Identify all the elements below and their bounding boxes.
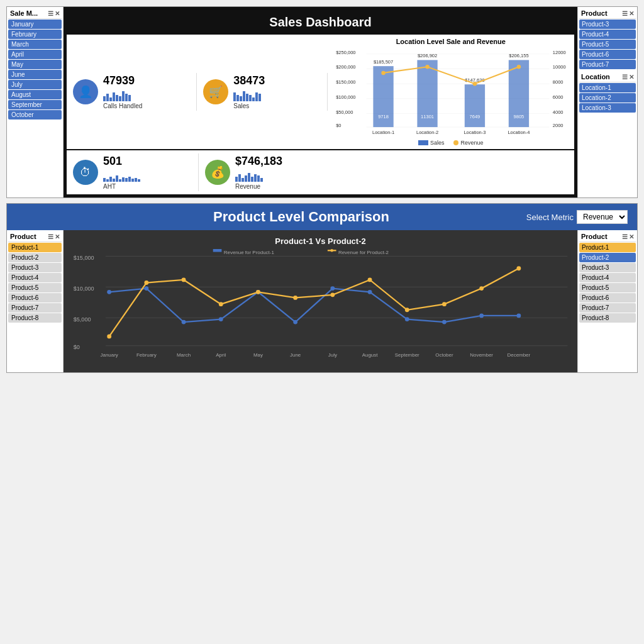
right-product-item-product-3[interactable]: Product-3 (579, 19, 636, 29)
svg-rect-83 (213, 249, 222, 252)
svg-text:11301: 11301 (421, 114, 434, 119)
right-location-clear-icon[interactable]: ✕ (629, 74, 634, 80)
svg-text:$50,000: $50,000 (336, 109, 353, 115)
right-bottom-product-item-product-3[interactable]: Product-3 (579, 263, 636, 272)
legend-sales: Sales (418, 140, 445, 146)
right-product-filter-icon[interactable]: ☰ (622, 10, 628, 17)
bottom-content: Product ☰ ✕ Product-1Product-2Product-3P… (7, 230, 637, 372)
svg-text:12000: 12000 (552, 50, 565, 55)
left-product-item-product-1[interactable]: Product-1 (8, 243, 62, 252)
right-bottom-product-item-product-1[interactable]: Product-1 (579, 243, 636, 252)
right-bottom-product-item-product-6[interactable]: Product-6 (579, 293, 636, 303)
svg-point-67 (405, 308, 409, 312)
right-bottom-product-item-product-8[interactable]: Product-8 (579, 313, 636, 323)
left-product-item-product-5[interactable]: Product-5 (8, 283, 62, 292)
aht-label: AHT (103, 183, 140, 190)
svg-point-53 (330, 286, 335, 291)
svg-text:Revenue for Product-1: Revenue for Product-1 (224, 250, 275, 255)
svg-text:Location-4: Location-4 (508, 130, 530, 135)
metric-dropdown[interactable]: Revenue Sales AHT (577, 210, 628, 224)
svg-text:9805: 9805 (513, 114, 524, 119)
top-section: Sale M... ☰ ✕ JanuaryFebruaryMarchAprilM… (6, 6, 638, 198)
months-filter-icon[interactable]: ☰ (48, 10, 53, 17)
right-bottom-product-item-product-2[interactable]: Product-2 (579, 253, 636, 262)
location-chart-area: Location Level Sale and Revenue $250,000… (334, 38, 569, 146)
right-product-item-product-7[interactable]: Product-7 (579, 60, 636, 69)
right-bottom-clear-icon[interactable]: ✕ (629, 233, 634, 240)
legend-sales-label: Sales (430, 140, 445, 146)
svg-text:$185,507: $185,507 (373, 59, 392, 65)
svg-point-56 (442, 320, 447, 325)
month-item-april[interactable]: April (8, 50, 62, 59)
left-product-item-product-3[interactable]: Product-3 (8, 263, 62, 272)
right-bottom-product-header: Product ☰ ✕ (579, 231, 636, 242)
right-product-item-product-6[interactable]: Product-6 (579, 50, 636, 59)
month-item-february[interactable]: February (8, 30, 62, 39)
svg-point-66 (368, 278, 372, 282)
right-location-item-location-2[interactable]: Location-2 (579, 93, 636, 103)
left-product-item-product-6[interactable]: Product-6 (8, 293, 62, 303)
months-sidebar: Sale M... ☰ ✕ JanuaryFebruaryMarchAprilM… (7, 7, 64, 197)
month-item-june[interactable]: June (8, 70, 62, 79)
months-list: JanuaryFebruaryMarchAprilMayJuneJulyAugu… (8, 19, 62, 119)
aht-info: 501 AHT (103, 155, 140, 190)
legend-revenue: Revenue (453, 140, 483, 146)
left-product-clear-icon[interactable]: ✕ (55, 233, 60, 240)
left-product-item-product-4[interactable]: Product-4 (8, 273, 62, 282)
svg-text:Revenue for Product-2: Revenue for Product-2 (338, 250, 389, 255)
right-bottom-product-item-product-7[interactable]: Product-7 (579, 303, 636, 313)
right-location-item-location-3[interactable]: Location-3 (579, 103, 636, 113)
month-item-august[interactable]: August (8, 90, 62, 99)
svg-text:$10,000: $10,000 (74, 286, 94, 292)
svg-text:$100,000: $100,000 (336, 94, 355, 100)
svg-text:10000: 10000 (552, 64, 565, 70)
right-product-clear-icon[interactable]: ✕ (629, 10, 634, 17)
svg-text:$0: $0 (74, 344, 80, 350)
svg-text:Location-3: Location-3 (464, 130, 486, 135)
left-product-label: Product (10, 233, 36, 240)
right-product-header: Product ☰ ✕ (579, 8, 636, 19)
left-products-list: Product-1Product-2Product-3Product-4Prod… (8, 243, 62, 323)
right-locations-list: Location-1Location-2Location-3 (579, 83, 636, 113)
svg-text:2000: 2000 (552, 123, 563, 128)
right-bottom-filter-icon[interactable]: ☰ (622, 233, 628, 240)
svg-point-68 (442, 302, 447, 306)
svg-text:$200,000: $200,000 (336, 64, 355, 70)
bottom-section: Product Level Comparison Select Metric R… (6, 203, 638, 373)
sales-value: 38473 (233, 74, 265, 87)
month-item-july[interactable]: July (8, 80, 62, 89)
sales-info: 38473 Sales (233, 74, 265, 109)
month-item-september[interactable]: September (8, 100, 62, 109)
right-bottom-product-item-product-4[interactable]: Product-4 (579, 273, 636, 282)
right-bottom-product-item-product-5[interactable]: Product-5 (579, 283, 636, 292)
bottom-title: Product Level Comparison (76, 209, 526, 225)
svg-point-50 (219, 317, 223, 321)
month-item-march[interactable]: March (8, 40, 62, 49)
right-location-filter-icon[interactable]: ☰ (622, 74, 628, 80)
svg-text:4000: 4000 (552, 109, 563, 115)
left-product-item-product-8[interactable]: Product-8 (8, 313, 62, 323)
right-location-item-location-1[interactable]: Location-1 (579, 83, 636, 92)
month-item-may[interactable]: May (8, 60, 62, 69)
months-clear-icon[interactable]: ✕ (55, 10, 60, 17)
svg-point-47 (107, 290, 111, 294)
right-product-item-product-4[interactable]: Product-4 (579, 30, 636, 39)
calls-bar (103, 89, 142, 101)
svg-text:April: April (216, 352, 226, 358)
calls-icon: 👤 (73, 79, 98, 104)
svg-point-65 (330, 292, 335, 297)
metric-selector: Select Metric Revenue Sales AHT (526, 210, 628, 224)
right-product-item-product-5[interactable]: Product-5 (579, 40, 636, 49)
months-sidebar-header: Sale M... ☰ ✕ (8, 8, 62, 19)
sales-icon: 🛒 (203, 79, 228, 104)
svg-text:December: December (508, 352, 531, 358)
month-item-january[interactable]: January (8, 19, 62, 29)
left-product-filter-icon[interactable]: ☰ (48, 233, 53, 240)
left-product-item-product-7[interactable]: Product-7 (8, 303, 62, 313)
sales-label: Sales (233, 103, 265, 109)
left-product-item-product-2[interactable]: Product-2 (8, 253, 62, 262)
svg-point-69 (479, 286, 484, 291)
divider-1 (196, 73, 197, 111)
month-item-october[interactable]: October (8, 110, 62, 119)
calls-info: 47939 Calls Handled (103, 74, 142, 109)
